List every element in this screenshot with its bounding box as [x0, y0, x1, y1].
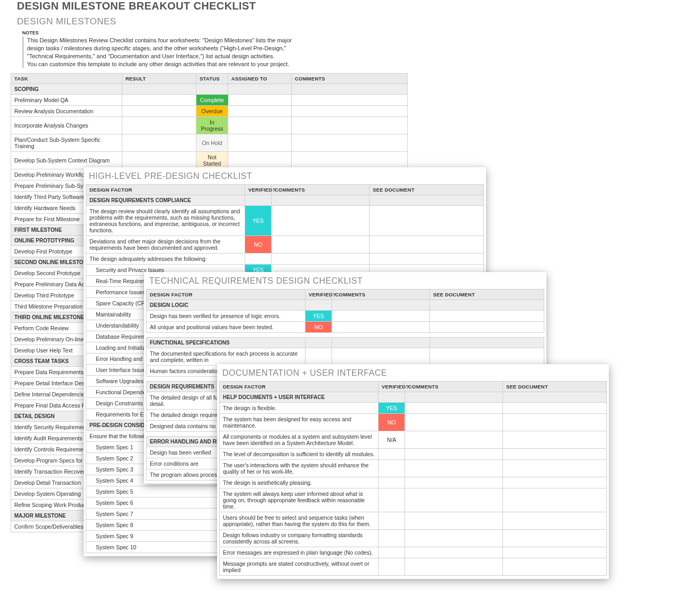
- comments-cell[interactable]: [405, 530, 503, 547]
- documentation-table: DESIGN FACTOR VERIFIED? COMMENTS SEE DOC…: [219, 381, 607, 576]
- panel-title: DOCUMENTATION + USER INTERFACE: [222, 368, 607, 378]
- comments-cell[interactable]: [272, 236, 370, 253]
- see-doc-cell[interactable]: [430, 322, 544, 333]
- col-status: STATUS: [196, 74, 228, 84]
- verified-cell[interactable]: [379, 460, 405, 477]
- verified-cell[interactable]: NO: [379, 414, 405, 431]
- comments-cell[interactable]: [405, 512, 503, 530]
- table-row: The design review should clearly identif…: [86, 206, 484, 236]
- factor-cell: Message prompts are stated constructivel…: [220, 558, 379, 576]
- table-row: All components or modules at a system an…: [220, 431, 607, 449]
- result-cell[interactable]: [122, 106, 196, 117]
- comments-cell[interactable]: [332, 311, 430, 322]
- col-see-doc: SEE DOCUMENT: [503, 382, 607, 392]
- see-doc-cell[interactable]: [503, 512, 607, 530]
- status-cell[interactable]: Not Started: [196, 152, 228, 169]
- col-task: TASK: [11, 74, 122, 84]
- result-cell[interactable]: [122, 134, 196, 152]
- table-row: HELP DOCUMENTS + USER INTERFACE: [220, 392, 607, 403]
- result-cell[interactable]: [122, 117, 196, 134]
- verified-cell[interactable]: [379, 512, 405, 530]
- verified-cell[interactable]: [379, 449, 405, 460]
- assigned-cell[interactable]: [228, 152, 292, 169]
- comments-cell[interactable]: [405, 449, 503, 460]
- see-doc-cell[interactable]: [503, 477, 607, 488]
- assigned-cell[interactable]: [228, 134, 292, 152]
- result-cell[interactable]: [122, 95, 196, 106]
- section-label: HELP DOCUMENTS + USER INTERFACE: [220, 392, 379, 403]
- factor-cell: Error messages are expressed in plain la…: [220, 547, 379, 558]
- see-doc-cell[interactable]: [503, 488, 607, 512]
- see-doc-cell[interactable]: [503, 431, 607, 449]
- see-doc-cell[interactable]: [430, 348, 544, 366]
- see-doc-cell[interactable]: [503, 414, 607, 431]
- status-cell[interactable]: In Progress: [196, 117, 228, 134]
- see-doc-cell[interactable]: [503, 558, 607, 576]
- factor-cell: Design follows industry or company forma…: [220, 530, 379, 547]
- comments-cell[interactable]: [292, 152, 408, 169]
- panel-title: HIGH-LEVEL PRE-DESIGN CHECKLIST: [89, 171, 484, 181]
- col-verified: VERIFIED?: [379, 382, 405, 392]
- comments-cell[interactable]: [292, 95, 408, 106]
- comments-cell[interactable]: [332, 348, 430, 366]
- assigned-cell[interactable]: [228, 106, 292, 117]
- comments-cell[interactable]: [292, 106, 408, 117]
- table-row: FUNCTIONAL SPECIFICATIONS: [147, 338, 544, 348]
- verified-cell[interactable]: [379, 488, 405, 512]
- comments-cell[interactable]: [405, 403, 503, 414]
- section-label: DESIGN LOGIC: [147, 300, 305, 311]
- comments-cell[interactable]: [405, 431, 503, 449]
- verified-cell[interactable]: N/A: [379, 431, 405, 449]
- see-doc-cell[interactable]: [370, 206, 484, 236]
- status-cell[interactable]: Overdue: [196, 106, 228, 117]
- verified-cell[interactable]: [379, 547, 405, 558]
- see-doc-cell[interactable]: [370, 253, 484, 265]
- verified-cell[interactable]: NO: [245, 236, 272, 253]
- see-doc-cell[interactable]: [503, 403, 607, 414]
- result-cell[interactable]: [122, 152, 196, 169]
- status-cell[interactable]: Complete: [196, 95, 228, 106]
- factor-cell: The design review should clearly identif…: [86, 206, 245, 236]
- factor-cell: Users should be free to select and seque…: [220, 512, 379, 530]
- comments-cell[interactable]: [405, 558, 503, 576]
- see-doc-cell[interactable]: [503, 530, 607, 547]
- comments-cell[interactable]: [405, 414, 503, 431]
- see-doc-cell[interactable]: [370, 236, 484, 253]
- comments-cell[interactable]: [405, 460, 503, 477]
- verified-cell[interactable]: YES: [305, 311, 332, 322]
- comments-cell[interactable]: [405, 547, 503, 558]
- assigned-cell[interactable]: [228, 95, 292, 106]
- comments-cell[interactable]: [292, 134, 408, 152]
- table-row: DESIGN LOGIC: [147, 300, 544, 311]
- see-doc-cell[interactable]: [430, 311, 544, 322]
- see-doc-cell[interactable]: [503, 547, 607, 558]
- assigned-cell[interactable]: [228, 117, 292, 134]
- col-factor: DESIGN FACTOR: [147, 289, 305, 300]
- comments-cell[interactable]: [272, 253, 370, 265]
- factor-cell: All unique and positional values have be…: [147, 322, 305, 333]
- verified-cell[interactable]: [379, 558, 405, 576]
- table-row: The design is flexible.YES: [220, 403, 607, 414]
- factor-cell: The user's interactions with the system …: [220, 460, 379, 477]
- col-assigned: ASSIGNED TO: [228, 74, 292, 84]
- verified-cell[interactable]: [379, 530, 405, 547]
- verified-cell[interactable]: NO: [305, 322, 332, 333]
- verified-cell[interactable]: [379, 477, 405, 488]
- verified-cell[interactable]: YES: [379, 403, 405, 414]
- table-row: Message prompts are stated constructivel…: [220, 558, 607, 576]
- status-cell[interactable]: On Hold: [196, 134, 228, 152]
- comments-cell[interactable]: [272, 206, 370, 236]
- comments-cell[interactable]: [292, 117, 408, 134]
- see-doc-cell[interactable]: [503, 449, 607, 460]
- verified-cell[interactable]: [305, 348, 332, 366]
- comments-cell[interactable]: [405, 477, 503, 488]
- page-title: DESIGN MILESTONE BREAKOUT CHECKLIST: [17, 0, 408, 12]
- notes-line: "Technical Requirements," and "Documenta…: [27, 52, 408, 60]
- verified-cell[interactable]: [245, 253, 272, 265]
- comments-cell[interactable]: [332, 322, 430, 333]
- table-row: Error messages are expressed in plain la…: [220, 547, 607, 558]
- table-row: DESIGN REQUIREMENTS COMPLIANCE: [86, 195, 484, 206]
- see-doc-cell[interactable]: [503, 460, 607, 477]
- comments-cell[interactable]: [405, 488, 503, 512]
- verified-cell[interactable]: YES: [245, 206, 272, 236]
